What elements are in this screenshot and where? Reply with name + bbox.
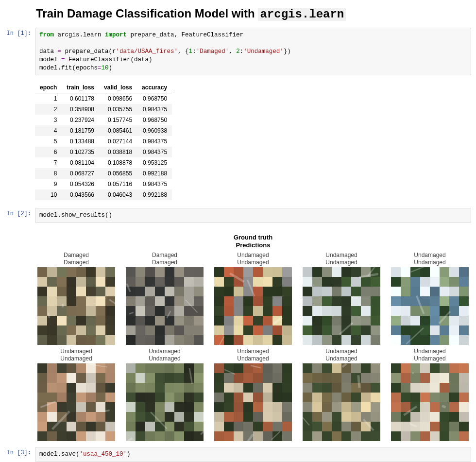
- svg-rect-672: [430, 431, 440, 441]
- svg-rect-444: [165, 402, 175, 412]
- svg-rect-123: [194, 325, 204, 336]
- svg-rect-16: [37, 287, 48, 297]
- code-input-2[interactable]: model.show_results(): [35, 208, 471, 223]
- svg-rect-519: [243, 412, 254, 422]
- svg-rect-627: [459, 373, 469, 383]
- svg-rect-524: [214, 422, 224, 432]
- svg-rect-22: [96, 287, 106, 297]
- svg-rect-328: [391, 335, 401, 345]
- svg-rect-96: [165, 296, 175, 307]
- svg-rect-81: [174, 277, 185, 287]
- svg-rect-456: [126, 422, 136, 432]
- svg-rect-3: [67, 267, 77, 277]
- svg-rect-506: [272, 393, 283, 403]
- svg-rect-361: [86, 383, 96, 393]
- svg-rect-10: [57, 277, 67, 287]
- svg-rect-570: [322, 393, 332, 403]
- svg-rect-179: [243, 316, 254, 326]
- svg-rect-107: [194, 306, 204, 316]
- svg-rect-620: [391, 373, 401, 383]
- svg-rect-371: [105, 393, 115, 403]
- svg-rect-272: [391, 267, 401, 277]
- prompt-in-2: In [2]:: [0, 208, 35, 217]
- svg-rect-368: [76, 393, 86, 403]
- svg-rect-112: [165, 316, 175, 326]
- svg-rect-83: [194, 277, 204, 287]
- svg-rect-87: [155, 287, 165, 297]
- svg-rect-4: [76, 267, 86, 277]
- svg-rect-209: [351, 267, 361, 277]
- svg-rect-485: [224, 373, 234, 383]
- svg-rect-551: [371, 363, 380, 374]
- svg-rect-508: [214, 402, 224, 412]
- svg-rect-583: [371, 402, 380, 412]
- svg-rect-50: [57, 325, 67, 336]
- svg-rect-433: [136, 393, 146, 403]
- svg-rect-396: [37, 431, 48, 441]
- svg-rect-160: [214, 296, 224, 307]
- prompt-empty-1: [0, 78, 35, 81]
- svg-rect-57: [47, 335, 57, 345]
- svg-rect-149: [263, 277, 273, 287]
- prompt-empty-2: [0, 226, 35, 228]
- svg-rect-186: [234, 325, 244, 336]
- svg-rect-397: [47, 431, 57, 441]
- svg-rect-173: [263, 306, 273, 316]
- svg-rect-490: [272, 373, 283, 383]
- svg-rect-69: [136, 267, 146, 277]
- svg-rect-141: [263, 267, 273, 277]
- svg-rect-191: [282, 325, 292, 336]
- svg-rect-250: [361, 316, 371, 326]
- svg-rect-626: [449, 373, 459, 383]
- svg-rect-633: [440, 383, 450, 393]
- svg-rect-73: [174, 267, 185, 277]
- svg-rect-181: [263, 316, 273, 326]
- svg-rect-20: [76, 287, 86, 297]
- svg-rect-258: [361, 325, 371, 336]
- svg-rect-374: [57, 402, 67, 412]
- result-labels: DamagedDamaged: [123, 252, 206, 266]
- svg-rect-105: [174, 306, 185, 316]
- svg-rect-538: [272, 431, 283, 441]
- svg-rect-296: [391, 296, 401, 307]
- svg-rect-172: [253, 306, 263, 316]
- svg-rect-98: [184, 296, 194, 307]
- svg-rect-348: [37, 373, 48, 383]
- svg-rect-512: [253, 402, 263, 412]
- svg-rect-488: [253, 373, 263, 383]
- training-output: epochtrain_lossvalid_lossaccuracy 10.601…: [35, 78, 471, 205]
- svg-rect-625: [440, 373, 450, 383]
- code-input-1[interactable]: from arcgis.learn import prepare_data, F…: [35, 28, 471, 75]
- svg-rect-354: [96, 373, 106, 383]
- svg-rect-185: [224, 325, 234, 336]
- svg-rect-448: [126, 412, 136, 422]
- svg-rect-208: [341, 267, 352, 277]
- svg-rect-602: [322, 431, 332, 441]
- svg-rect-638: [410, 393, 421, 403]
- svg-rect-367: [67, 393, 77, 403]
- result-labels: UndamagedUndamaged: [35, 348, 118, 362]
- svg-rect-522: [272, 412, 283, 422]
- svg-rect-507: [282, 393, 292, 403]
- svg-rect-245: [312, 316, 323, 326]
- svg-rect-29: [86, 296, 96, 307]
- svg-rect-510: [234, 402, 244, 412]
- svg-rect-324: [430, 325, 440, 336]
- svg-rect-97: [174, 296, 185, 307]
- svg-rect-230: [322, 296, 332, 307]
- svg-rect-161: [224, 296, 234, 307]
- svg-rect-642: [449, 393, 459, 403]
- svg-rect-671: [420, 431, 430, 441]
- code-input-3[interactable]: model.save('usaa_450_10'): [35, 447, 471, 462]
- code-cell-2: In [2]: model.show_results(): [0, 208, 476, 223]
- svg-rect-547: [332, 363, 342, 374]
- svg-rect-34: [57, 306, 67, 316]
- svg-rect-24: [37, 296, 48, 307]
- svg-rect-356: [37, 383, 48, 393]
- svg-rect-460: [165, 422, 175, 432]
- svg-rect-253: [312, 325, 323, 336]
- svg-rect-550: [361, 363, 371, 374]
- svg-rect-232: [341, 296, 352, 307]
- svg-rect-310: [449, 306, 459, 316]
- svg-rect-117: [136, 325, 146, 336]
